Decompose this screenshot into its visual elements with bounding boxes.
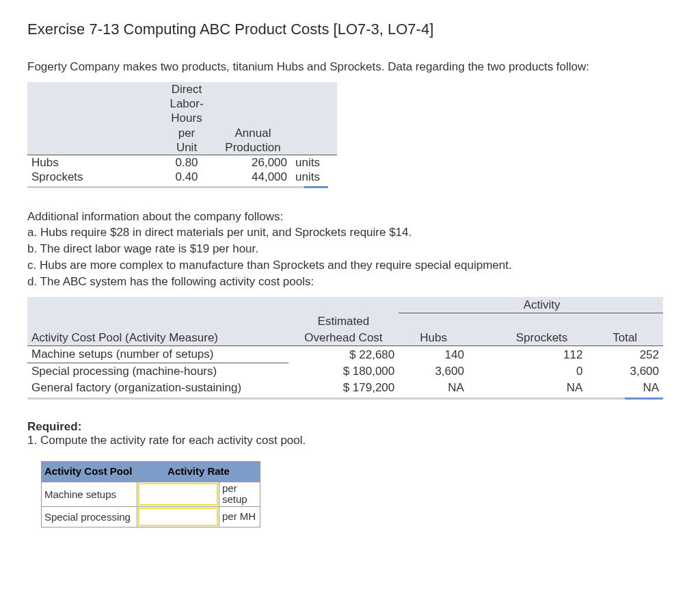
- table-rule: [27, 186, 328, 188]
- t1-prod-h2: Production: [215, 140, 291, 155]
- t1-dlh-h1: Direct: [159, 82, 215, 96]
- table-row: Special processing per MH: [42, 506, 260, 527]
- table-row: Hubs 0.80 26,000 units: [27, 155, 337, 170]
- activity-rate-input-machine-setups[interactable]: [138, 483, 218, 506]
- required-block: Required: 1. Compute the activity rate f…: [27, 420, 673, 447]
- page-title: Exercise 7-13 Computing ABC Product Cost…: [27, 21, 673, 38]
- answer-h2: Activity Rate: [137, 461, 260, 482]
- t1-dlh-h2: Labor-: [159, 96, 215, 111]
- table-rule: [27, 397, 663, 400]
- answer-table: Activity Cost Pool Activity Rate Machine…: [41, 461, 260, 527]
- activity-rate-input-special-processing[interactable]: [138, 508, 218, 526]
- table-row: General factory (organization-sustaining…: [27, 380, 663, 396]
- t1-dlh-h5: Unit: [159, 140, 215, 155]
- answer-h1: Activity Cost Pool: [42, 461, 137, 482]
- t1-dlh-h4: per: [159, 126, 215, 140]
- table-row: Sprockets 0.40 44,000 units: [27, 170, 337, 184]
- table-row: Machine setups per setup: [42, 482, 260, 506]
- product-data-table: Direct Labor- Hours per Annual Unit Prod…: [27, 82, 337, 185]
- intro-text: Fogerty Company makes two products, tita…: [27, 59, 673, 75]
- activity-cost-pool-table: Activity Estimated Activity Cost Pool (A…: [27, 297, 663, 396]
- t1-dlh-h3: Hours: [159, 111, 215, 125]
- table-row: Special processing (machine-hours) $ 180…: [27, 363, 663, 380]
- t1-prod-h1: Annual: [215, 126, 291, 140]
- activity-heading: Activity: [497, 297, 587, 313]
- additional-info: Additional information about the company…: [27, 209, 673, 290]
- table-row: Machine setups (number of setups) $ 22,6…: [27, 346, 663, 363]
